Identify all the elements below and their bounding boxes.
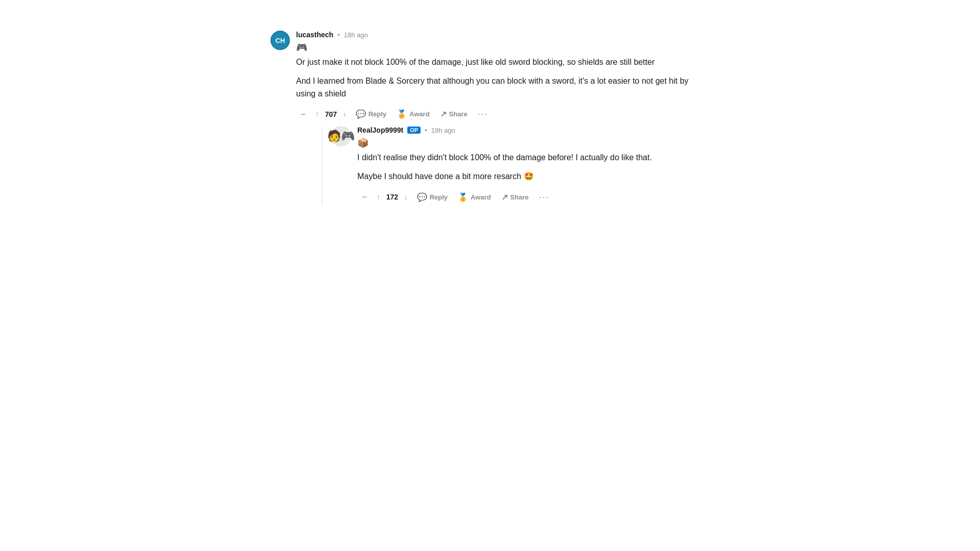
comment-body: lucasthech • 18h ago 🎮 Or just make it n…	[296, 31, 709, 211]
reply-vote-count: 172	[385, 193, 399, 201]
op-badge: OP	[407, 127, 421, 134]
reply-timestamp: 18h ago	[431, 127, 455, 134]
comment-header: lucasthech • 18h ago	[296, 31, 709, 39]
comment-item: CH lucasthech • 18h ago 🎮 Or just make i…	[271, 31, 709, 211]
comment-text-2: And I learned from Blade & Sorcery that …	[296, 75, 709, 101]
user-avatar-realjop: 🧑‍🎮	[331, 126, 351, 146]
reply-upvote-icon: ↑	[377, 193, 380, 201]
more-options-button[interactable]: ···	[474, 107, 493, 121]
comment-thread: CH lucasthech • 18h ago 🎮 Or just make i…	[271, 20, 709, 228]
award-button[interactable]: 🏅 Award	[393, 106, 434, 122]
reply-avatar-container: 🧑‍🎮	[331, 126, 351, 205]
upvote-icon: ↑	[315, 110, 319, 118]
user-avatar-lucasthech: CH	[271, 31, 290, 50]
reply-comment-actions: − ↑ 172 ↓	[357, 189, 709, 205]
user-flair: 🎮	[296, 42, 709, 53]
reply-reply-button[interactable]: 💬 Reply	[413, 189, 452, 205]
reply-comment-header: RealJop9999t OP • 18h ago	[357, 126, 709, 134]
reply-text-1: I didn't realise they didn't block 100% …	[357, 152, 709, 164]
reply-collapse-button[interactable]: −	[357, 190, 372, 204]
reply-button[interactable]: 💬 Reply	[352, 106, 390, 122]
award-icon: 🏅	[397, 109, 407, 119]
reply-reply-icon: 💬	[417, 192, 427, 202]
comment-username: lucasthech	[296, 31, 333, 39]
downvote-button[interactable]: ↓	[340, 108, 350, 120]
reply-user-flair: 📦	[357, 137, 709, 148]
reply-more-options-button[interactable]: ···	[535, 190, 554, 205]
vote-count: 707	[324, 110, 338, 118]
share-button[interactable]: ↗ Share	[436, 106, 472, 122]
reply-comment: 🧑‍🎮 RealJop9999t OP • 18h ago 📦 I didn't…	[331, 126, 709, 205]
comment-timestamp: 18h ago	[344, 31, 368, 39]
reply-downvote-icon: ↓	[404, 193, 408, 201]
reply-thread: 🧑‍🎮 RealJop9999t OP • 18h ago 📦 I didn't…	[322, 126, 709, 205]
reply-upvote-button[interactable]: ↑	[374, 191, 383, 203]
reply-comment-body: RealJop9999t OP • 18h ago 📦 I didn't rea…	[357, 126, 709, 205]
share-icon: ↗	[440, 109, 447, 119]
reply-award-icon: 🏅	[458, 192, 468, 202]
reply-text-2: Maybe I should have done a bit more resa…	[357, 170, 709, 183]
comment-text-1: Or just make it not block 100% of the da…	[296, 56, 709, 69]
upvote-button[interactable]: ↑	[312, 108, 322, 120]
vote-section: ↑ 707 ↓	[312, 108, 350, 120]
comment-actions: − ↑ 707 ↓ 💬 Reply 🏅 Award	[296, 106, 709, 122]
reply-username: RealJop9999t	[357, 126, 403, 134]
reply-share-icon: ↗	[501, 192, 508, 202]
collapse-button[interactable]: −	[296, 107, 310, 121]
reply-vote-section: ↑ 172 ↓	[374, 191, 411, 203]
reply-icon: 💬	[356, 109, 366, 119]
reply-award-button[interactable]: 🏅 Award	[454, 189, 495, 205]
reply-downvote-button[interactable]: ↓	[401, 191, 411, 203]
reply-share-button[interactable]: ↗ Share	[497, 189, 533, 205]
downvote-icon: ↓	[343, 110, 347, 118]
avatar: CH	[271, 31, 290, 211]
